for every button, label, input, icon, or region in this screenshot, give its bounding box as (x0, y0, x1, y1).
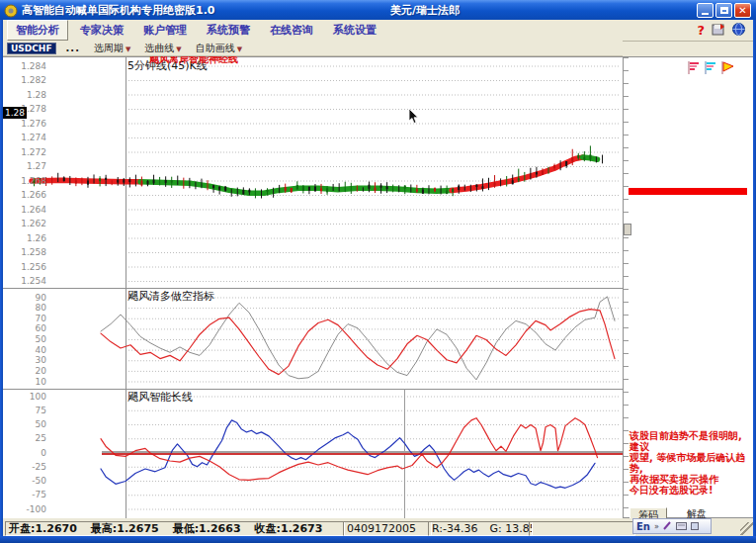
period-dropdown[interactable]: 选周期▼ (94, 42, 130, 55)
menu-item-expert-decision[interactable]: 专家决策 (72, 21, 131, 40)
flag-icon-pink (688, 59, 701, 78)
y-axis-tick: 1.272 (3, 147, 46, 158)
resize-grip[interactable] (740, 522, 753, 535)
menu-item-settings[interactable]: 系统设置 (325, 21, 384, 40)
menu-item-smart-analysis[interactable]: 智能分析 (7, 20, 68, 41)
ohlc-readout: 开盘:1.2670 最高:1.2675 最低:1.2663 收盘:1.2673 (5, 521, 345, 536)
app-icon (4, 3, 18, 17)
curve-dropdown-label: 选曲线 (144, 43, 174, 53)
longline-panel-title: 飓风智能长线 (127, 390, 193, 405)
minimize-button[interactable] (697, 3, 714, 18)
advice-line: 再依据买卖提示操作 (630, 474, 750, 485)
y-axis-tick: 1.26 (3, 233, 46, 244)
y-axis-tick: 70 (3, 314, 46, 324)
y-axis-tick: 25 (3, 433, 46, 444)
advice-line: 观望, 等候市场最后确认趋势, (630, 452, 750, 474)
symbol-box[interactable]: USDCHF (7, 43, 56, 54)
chevron-down-icon: ▼ (176, 45, 181, 53)
advice-text: 该股目前趋势不是很明朗, 建议 观望, 等候市场最后确认趋势, 再依据买卖提示操… (630, 430, 750, 496)
longline-panel-svg (3, 389, 623, 519)
menu-item-online[interactable]: 在线咨询 (262, 21, 321, 40)
maximize-button[interactable] (715, 3, 732, 18)
y-axis-tick: 90 (3, 293, 46, 304)
y-axis-tick: 1.274 (3, 133, 46, 143)
keyboard-icon[interactable] (676, 520, 687, 533)
y-axis-tick: 20 (3, 366, 46, 377)
y-axis-tick: 1.264 (3, 205, 46, 216)
signal-bar (629, 188, 747, 195)
chevron-down-icon: ▼ (126, 45, 130, 53)
ruler (624, 57, 629, 517)
menu-item-alert[interactable]: 系统预警 (199, 21, 258, 40)
y-axis-tick: 1.276 (3, 119, 46, 130)
draw-dropdown-label: 自助画线 (196, 43, 235, 53)
y-axis-tick: -25 (3, 462, 46, 473)
y-axis-tick: -50 (3, 476, 46, 487)
y-axis-tick: 0 (3, 448, 46, 459)
oscillator-panel-title: 飓风清多做空指标 (127, 289, 214, 304)
oscillator-panel-svg (3, 288, 623, 389)
title-bar: 高智能自动喊单国际机构专用绝密版1.0 美元/瑞士法郎 ✕ (0, 0, 756, 20)
save-icon[interactable] (712, 21, 725, 40)
pen-icon[interactable] (663, 520, 672, 533)
mouse-cursor (408, 109, 420, 130)
close-value: 收盘:1.2673 (255, 522, 323, 535)
chart-area[interactable]: 5分钟线(45)K线 飓风离岸智能神经线 飓风清多做空指标 飓风智能长线 1.2… (3, 56, 623, 520)
y-axis-tick: 50 (3, 419, 46, 430)
y-axis-tick: 1.28 (3, 90, 46, 101)
status-bar: 开盘:1.2670 最高:1.2675 最低:1.2663 收盘:1.2673 … (3, 518, 753, 537)
signal-flags (688, 59, 735, 78)
status-spacer (529, 521, 635, 536)
r-value: R:-34.36 (432, 522, 477, 535)
y-axis-tick: 50 (3, 334, 46, 345)
menu-bar: 智能分析 专家决策 账户管理 系统预警 在线咨询 系统设置 ? (3, 20, 753, 42)
chart-toolbar: USDCHF ... 选周期▼ 选曲线▼ 自助画线▼ (3, 41, 623, 56)
signal-panel: 该股目前趋势不是很明朗, 建议 观望, 等候市场最后确认趋势, 再依据买卖提示操… (623, 56, 753, 518)
y-axis-tick: 30 (3, 355, 46, 366)
window-border (0, 536, 756, 543)
globe-icon[interactable] (732, 21, 745, 40)
y-axis-tick: 1.262 (3, 219, 46, 229)
language-bar[interactable]: En » (632, 518, 712, 534)
close-button[interactable]: ✕ (734, 3, 751, 18)
current-price-tag: 1.28 (3, 107, 27, 119)
window-title: 高智能自动喊单国际机构专用绝密版1.0 (22, 3, 215, 18)
app-window: 高智能自动喊单国际机构专用绝密版1.0 美元/瑞士法郎 ✕ 智能分析 专家决策 … (0, 0, 756, 543)
y-axis-tick: 1.266 (3, 190, 46, 201)
chevron-down-icon: ▼ (237, 45, 242, 53)
y-axis-tick: 1.284 (3, 61, 46, 72)
y-axis-tick: -75 (3, 490, 46, 500)
curve-dropdown[interactable]: 选曲线▼ (144, 42, 181, 55)
low-value: 最低:1.2663 (173, 522, 241, 535)
y-axis-tick: 1.27 (3, 161, 46, 172)
date-readout: 0409172005 (343, 521, 432, 536)
y-axis-tick: 60 (3, 323, 46, 334)
y-axis-tick: 40 (3, 345, 46, 356)
options-icon[interactable] (691, 520, 699, 533)
y-axis-tick: 1.268 (3, 176, 46, 187)
high-value: 最高:1.2675 (91, 522, 159, 535)
ruler-notch (624, 224, 631, 235)
period-dropdown-label: 选周期 (94, 43, 124, 53)
open-value: 开盘:1.2670 (9, 522, 77, 535)
y-axis-tick: -100 (3, 504, 46, 515)
flag-icon-cyan (705, 59, 717, 78)
price-panel-svg (3, 57, 623, 288)
menu-item-account[interactable]: 账户管理 (135, 21, 195, 40)
language-indicator[interactable]: En (636, 521, 650, 532)
y-axis-tick: 1.254 (3, 276, 46, 287)
y-axis-tick: 80 (3, 303, 46, 314)
advice-line: 该股目前趋势不是很明朗, 建议 (630, 430, 750, 452)
draw-dropdown[interactable]: 自助画线▼ (196, 42, 242, 55)
y-axis-tick: 1.258 (3, 247, 46, 258)
y-axis-tick: 1.282 (3, 75, 46, 86)
advice-line: 今日没有选股记录! (630, 485, 750, 496)
window-border (0, 0, 3, 543)
rg-readout: R:-34.36 G: 13.85 (428, 521, 533, 536)
y-axis-tick: 1.256 (3, 262, 46, 273)
help-icon[interactable]: ? (697, 23, 705, 38)
chevrons-icon[interactable]: » (654, 522, 659, 531)
more-button[interactable]: ... (66, 43, 80, 53)
y-axis-tick: 100 (3, 392, 46, 403)
pair-title: 美元/瑞士法郎 (390, 3, 460, 18)
